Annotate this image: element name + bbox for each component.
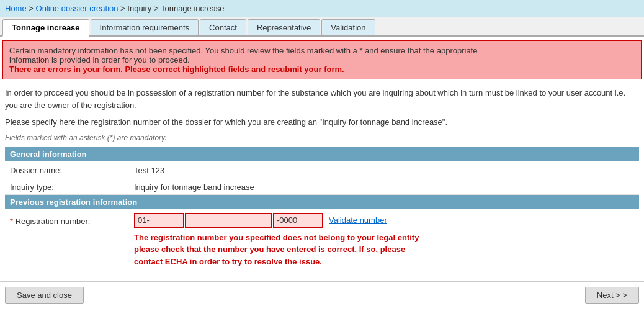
error-line2: information is provided in order for you…	[9, 55, 635, 65]
main-content: In order to proceed you should be in pos…	[0, 83, 644, 275]
reg-inputs-group: Validate number	[134, 213, 634, 228]
breadcrumb-online-dossier[interactable]: Online dossier creation	[36, 4, 119, 13]
tab-info-requirements[interactable]: Information requirements	[91, 19, 199, 35]
inquiry-type-value: Inquiry for tonnage band increase	[134, 181, 634, 192]
tab-tonnage-increase[interactable]: Tonnage increase	[2, 19, 89, 37]
reg-input-suffix[interactable]	[273, 213, 323, 228]
reg-error-message: The registration number you specified do…	[134, 232, 419, 268]
info-paragraph2: Please specify here the registration num…	[5, 116, 639, 128]
dossier-name-row: Dossier name: Test 123	[5, 161, 639, 178]
dossier-name-label: Dossier name:	[10, 164, 134, 175]
mandatory-note: Fields marked with an asterisk (*) are m…	[5, 133, 639, 142]
reg-label-text: Registration number:	[16, 217, 91, 226]
registration-number-label: * Registration number:	[10, 213, 134, 226]
tab-contact[interactable]: Contact	[200, 19, 246, 35]
prev-reg-header: Previous registration information	[5, 195, 639, 209]
breadcrumb-inquiry: Inquiry	[127, 4, 151, 13]
breadcrumb-current: Tonnage increase	[161, 4, 225, 13]
breadcrumb: Home > Online dossier creation > Inquiry…	[0, 0, 644, 17]
registration-fields: Validate number The registration number …	[134, 213, 634, 268]
required-asterisk: *	[10, 217, 13, 226]
reg-input-prefix[interactable]	[134, 213, 184, 228]
tab-validation[interactable]: Validation	[321, 19, 375, 35]
error-box: Certain mandatory information has not be…	[2, 40, 642, 79]
validate-number-link[interactable]: Validate number	[329, 215, 387, 225]
tab-representative[interactable]: Representative	[248, 19, 320, 35]
footer: Save and close Next > >	[0, 281, 644, 309]
dossier-name-value: Test 123	[134, 164, 634, 175]
breadcrumb-home[interactable]: Home	[5, 4, 27, 13]
next-button[interactable]: Next > >	[585, 287, 639, 304]
error-line1: Certain mandatory information has not be…	[9, 46, 635, 55]
tab-bar: Tonnage increase Information requirement…	[0, 17, 644, 37]
registration-number-row: * Registration number: Validate number T…	[5, 209, 639, 272]
reg-input-middle[interactable]	[185, 213, 272, 228]
inquiry-type-row: Inquiry type: Inquiry for tonnage band i…	[5, 178, 639, 195]
error-line3: There are errors in your form. Please co…	[9, 65, 635, 74]
save-and-close-button[interactable]: Save and close	[5, 287, 84, 304]
inquiry-type-label: Inquiry type:	[10, 181, 134, 192]
info-paragraph1: In order to proceed you should be in pos…	[5, 87, 639, 111]
general-info-header: General information	[5, 147, 639, 161]
